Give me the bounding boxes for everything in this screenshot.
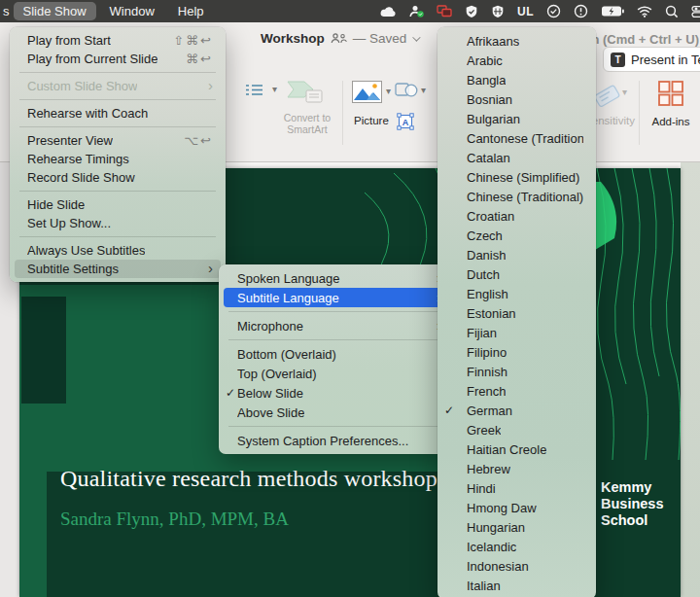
menu-item-bulgarian[interactable]: Bulgarian: [442, 109, 591, 128]
menu-item-bosnian[interactable]: Bosnian: [442, 89, 591, 109]
menu-item-french[interactable]: French: [442, 381, 591, 401]
menu-bar-item-help[interactable]: Help: [168, 2, 214, 20]
privacy-shield-icon[interactable]: [491, 5, 505, 18]
slide-subtitle[interactable]: Sandra Flynn, PhD, MPM, BA: [60, 509, 289, 530]
picture-label[interactable]: Picture: [354, 115, 389, 126]
menu-item-play-from-current-slide[interactable]: Play from Current Slide⌘↩: [15, 50, 221, 68]
menu-item-croatian[interactable]: Croatian: [442, 206, 591, 226]
menu-item-label: Chinese (Traditional): [467, 190, 583, 204]
menu-item-hungarian[interactable]: Hungarian: [442, 517, 591, 537]
menu-item-always-use-subtitles[interactable]: Always Use Subtitles: [15, 241, 221, 260]
menu-item-rehearse-timings[interactable]: Rehearse Timings: [15, 150, 221, 168]
menu-item-label: Indonesian: [467, 559, 529, 574]
convert-to-smartart-icon[interactable]: [286, 76, 325, 105]
menu-item-custom-slide-show: Custom Slide Show›: [15, 77, 221, 95]
menu-item-label: Presenter View: [27, 133, 113, 148]
menu-item-record-slide-show[interactable]: Record Slide Show: [15, 168, 221, 187]
menu-item-filipino[interactable]: Filipino: [442, 342, 591, 362]
spotlight-search-icon[interactable]: [665, 5, 679, 18]
menu-item-greek[interactable]: Greek: [442, 420, 591, 439]
onedrive-cloud-icon[interactable]: [379, 6, 397, 18]
add-ins-label[interactable]: Add-ins: [649, 116, 692, 127]
menu-item-microphone[interactable]: Microphone›: [224, 316, 449, 335]
picture-icon[interactable]: [352, 81, 382, 103]
menu-item-label: Bottom (Overlaid): [237, 347, 336, 362]
menu-item-danish[interactable]: Danish: [442, 245, 591, 264]
menu-item-subtitle-language[interactable]: Subtitle Language›: [224, 288, 449, 307]
menu-item-above-slide[interactable]: Above Slide: [224, 403, 449, 422]
menu-item-finnish[interactable]: Finnish: [442, 362, 591, 381]
picture-dropdown-chevron-icon[interactable]: ▾: [386, 86, 391, 96]
menu-item-hindi[interactable]: Hindi: [442, 478, 591, 498]
menu-item-fijian[interactable]: Fijian: [442, 323, 591, 342]
menu-item-czech[interactable]: Czech: [442, 226, 591, 245]
menu-item-label: Hebrew: [467, 462, 510, 476]
menu-item-indonesian[interactable]: Indonesian: [442, 556, 591, 576]
menu-item-estonian[interactable]: Estonian: [442, 303, 591, 323]
ul-badge[interactable]: UL: [517, 5, 534, 18]
menu-item-below-slide[interactable]: ✓Below Slide: [224, 383, 449, 403]
menu-item-chinese-traditional[interactable]: Chinese (Traditional): [442, 187, 591, 206]
menu-item-set-up-show[interactable]: Set Up Show...: [15, 214, 221, 232]
menu-item-rehearse-with-coach[interactable]: Rehearse with Coach: [15, 104, 221, 123]
menu-item-afrikaans[interactable]: Afrikaans: [442, 31, 591, 51]
shortcut-label: ⇧⌘↩: [173, 33, 213, 48]
slide-title[interactable]: Qualitative research methods workshop: [60, 466, 438, 492]
menu-item-label: Below Slide: [237, 386, 303, 401]
sensitivity-chevron-icon[interactable]: ▾: [622, 87, 627, 97]
shapes-icon[interactable]: [395, 82, 418, 98]
battery-charging-icon[interactable]: [601, 5, 624, 18]
wifi-icon[interactable]: [637, 5, 652, 18]
update-alert-icon[interactable]: [574, 4, 588, 18]
menu-item-haitian-creole[interactable]: Haitian Creole: [442, 439, 591, 459]
menu-bar-item-slide-show[interactable]: Slide Show: [14, 2, 96, 20]
menu-item-bottom-overlaid[interactable]: Bottom (Overlaid): [224, 344, 449, 364]
teams-status-icon[interactable]: [409, 5, 424, 18]
menu-item-label: Hide Slide: [27, 197, 85, 212]
menu-item-hide-slide[interactable]: Hide Slide: [15, 195, 221, 214]
menu-item-german[interactable]: ✓German: [442, 401, 591, 420]
menu-item-presenter-view[interactable]: Presenter View⌥↩: [15, 131, 221, 150]
menu-separator: [228, 426, 444, 427]
ribbon-divider: [639, 81, 640, 145]
menu-item-spoken-language[interactable]: Spoken Language›: [224, 268, 449, 288]
menu-item-icelandic[interactable]: Icelandic: [442, 537, 591, 556]
menu-item-dutch[interactable]: Dutch: [442, 264, 591, 284]
menu-item-label: Bangla: [467, 73, 506, 88]
screen-mirroring-icon[interactable]: [437, 5, 452, 18]
menu-item-bangla[interactable]: Bangla: [442, 70, 591, 89]
menu-bar-item-partial[interactable]: s: [3, 4, 10, 18]
present-in-teams-button[interactable]: T Present in Teams: [603, 47, 700, 72]
sensitivity-icon[interactable]: [591, 79, 624, 110]
menu-item-label: Spoken Language: [237, 271, 340, 286]
menu-item-play-from-start[interactable]: Play from Start⇧⌘↩: [15, 31, 221, 50]
menu-item-label: Subtitle Language: [237, 291, 339, 305]
defender-shield-icon[interactable]: [465, 5, 478, 18]
menu-item-label: Hungarian: [467, 520, 525, 535]
list-dropdown-chevron-icon[interactable]: ▾: [272, 84, 277, 94]
menu-item-hmong-daw[interactable]: Hmong Daw: [442, 498, 591, 517]
menu-item-italian[interactable]: Italian: [442, 576, 591, 595]
control-center-icon[interactable]: [691, 5, 700, 18]
saved-chevron-icon[interactable]: [412, 33, 420, 41]
menu-item-cantonese-traditional[interactable]: Cantonese (Traditional): [442, 128, 591, 148]
menu-item-subtitle-settings[interactable]: Subtitle Settings›: [15, 260, 221, 278]
convert-to-smartart-label[interactable]: Convert toSmartArt: [280, 112, 334, 135]
menu-item-label: Afrikaans: [467, 34, 519, 49]
menu-item-label: Hmong Daw: [467, 501, 537, 515]
menu-item-top-overlaid[interactable]: Top (Overlaid): [224, 364, 449, 383]
text-box-icon[interactable]: A: [397, 113, 414, 130]
menu-item-chinese-simplified[interactable]: Chinese (Simplified): [442, 167, 591, 187]
menu-item-label: Czech: [467, 228, 503, 243]
menu-item-hebrew[interactable]: Hebrew: [442, 459, 591, 478]
menu-item-label: Icelandic: [467, 540, 516, 554]
bulleted-list-icon[interactable]: [245, 84, 264, 96]
menu-item-catalan[interactable]: Catalan: [442, 148, 591, 167]
menu-item-english[interactable]: English: [442, 284, 591, 303]
menu-item-system-caption-preferences[interactable]: System Caption Preferences...: [224, 431, 449, 450]
checkmark-circle-icon[interactable]: [546, 4, 561, 18]
menu-bar-item-window[interactable]: Window: [100, 2, 164, 20]
add-ins-icon[interactable]: [657, 80, 684, 107]
shapes-dropdown-chevron-icon[interactable]: ▾: [421, 85, 426, 95]
menu-item-arabic[interactable]: Arabic: [442, 51, 591, 70]
